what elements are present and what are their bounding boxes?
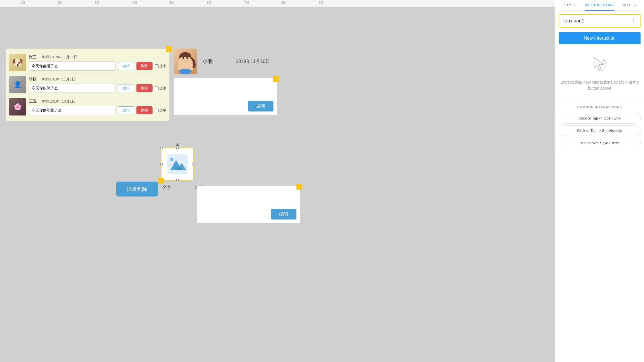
comment-name-2: 李四 [29,77,36,82]
comment-text-field-3[interactable] [29,106,116,115]
post-content-area: ⚡ 发布 [174,78,277,115]
select-checkbox-3[interactable] [155,109,159,112]
canvas-area: 100 200 300 400 500 600 700 800 900 ⚡ 🐶 … [0,0,555,362]
new-interaction-button[interactable]: New Interaction [559,32,641,44]
select-label-3[interactable]: 选中 [155,108,166,113]
post-avatar [174,49,197,74]
comment-info-1: 张三 时间2019年11月11日 编辑 删除 选中 [29,55,166,71]
avatar-wangwu: 🌸 [9,98,26,115]
comment-time-1: 时间2019年11月11日 [42,55,78,60]
comment-info-3: 王五 时间2019年10月1日 编辑 删除 选中 [29,99,166,115]
cursor-icon [591,56,608,73]
comment-name-1: 张三 [29,55,36,60]
comment-info-2: 李四 时间2019年11月1日 编辑 删除 选中 [29,77,166,93]
svg-marker-10 [603,59,605,61]
comment-time-3: 时间2019年10月1日 [42,99,76,104]
bulk-delete-button[interactable]: 批量删除 [116,182,158,197]
common-interactions-section: COMMON INTERACTIONS Click or Tap -> Open… [555,103,644,150]
selected-element-name: touxiang1 [563,18,585,24]
comment-row-1: 🐶 张三 时间2019年11月11日 编辑 删除 选中 [9,52,166,74]
svg-point-3 [186,57,188,59]
comment-header-1: 张三 时间2019年11月11日 [29,55,166,60]
svg-marker-4 [176,143,179,146]
cursor-icon-container [590,55,610,75]
tab-style[interactable]: STYLE [555,0,585,11]
panel-tabs: STYLE INTERACTIONS NOTES [555,0,644,11]
empty-state-text: Start adding new interactions by clickin… [560,79,639,91]
post-widget: 小明 2019年11月10日 ⚡ 发布 [174,49,277,115]
comment-content-1: 编辑 删除 选中 [29,61,166,71]
delete-btn-3[interactable]: 删除 [136,106,153,114]
comment-header-2: 李四 时间2019年11月1日 [29,77,166,82]
common-interaction-mouseover[interactable]: Mouseover Style Effect [559,138,641,148]
more-options-icon[interactable]: ⋮ [631,18,636,24]
new-comment-content-area: ⚡ 编辑 [197,186,300,223]
delete-btn-1[interactable]: 删除 [136,62,153,70]
svg-point-2 [182,57,184,59]
post-user-info: 小明 2019年11月10日 [174,49,277,74]
comment-row-2: 👤 李四 时间2019年11月1日 编辑 删除 选中 [9,74,166,96]
comment-name-3: 王五 [29,99,36,104]
canvas-content: ⚡ 🐶 张三 时间2019年11月11日 编辑 删除 [0,7,555,362]
selected-element-box: touxiang1 ⋮ [559,14,641,28]
edit-btn-2[interactable]: 编辑 [118,84,134,92]
selection-box [161,148,194,181]
new-edit-button[interactable]: 编辑 [271,209,296,219]
avatar-image-placeholder [161,148,193,180]
lightning-badge-new-comment: ⚡ [296,184,302,190]
edit-btn-3[interactable]: 编辑 [118,106,134,114]
comment-content-2: 编辑 删除 选中 [29,84,166,93]
post-username: 小明 [203,58,213,65]
new-comment-section: ⚡ 名字 时间 [161,148,204,191]
tab-interactions[interactable]: INTERACTIONS [585,0,614,11]
edit-btn-1[interactable]: 编辑 [118,62,134,70]
comment-header-3: 王五 时间2019年10月1日 [29,99,166,104]
tab-notes[interactable]: NOTES [614,0,644,11]
select-checkbox-2[interactable] [155,86,159,90]
lightning-badge-avatar: ⚡ [158,178,164,184]
comment-text-field-2[interactable] [29,84,116,93]
common-interaction-open-link[interactable]: Click or Tap -> Open Link [559,113,641,124]
comment-row-3: 🌸 王五 时间2019年10月1日 编辑 删除 选中 [9,96,166,118]
post-date: 2019年11月10日 [236,59,270,65]
svg-point-8 [170,158,173,161]
common-interaction-set-visibility[interactable]: Click or Tap -> Set Visibility [559,125,641,136]
avatar-lisi: 👤 [9,76,26,93]
comment-content-3: 编辑 删除 选中 [29,106,166,115]
lightning-badge-post: ⚡ [273,76,279,82]
name-label: 名字 [162,185,171,191]
comment-time-2: 时间2019年11月1日 [42,77,76,82]
right-panel: STYLE INTERACTIONS NOTES touxiang1 ⋮ New… [555,0,644,362]
svg-marker-9 [594,57,604,70]
avatar-selected-container: ⚡ [161,148,194,181]
comment-text-field-1[interactable] [29,61,116,71]
divider [555,100,644,100]
ruler: 100 200 300 400 500 600 700 800 900 [0,0,555,7]
select-label-2[interactable]: 选中 [155,86,166,91]
avatar-zhangsan: 🐶 [9,54,26,71]
delete-btn-2[interactable]: 删除 [136,84,153,92]
lightning-badge-comments: ⚡ [166,46,172,52]
comment-list-widget: ⚡ 🐶 张三 时间2019年11月11日 编辑 删除 [6,49,169,121]
interactions-empty-state: Start adding new interactions by clickin… [555,49,644,97]
publish-button[interactable]: 发布 [248,101,273,111]
select-label-1[interactable]: 选中 [155,64,166,69]
svg-point-1 [179,69,192,74]
select-checkbox-1[interactable] [155,64,159,68]
common-interactions-title: COMMON INTERACTIONS [555,103,644,111]
